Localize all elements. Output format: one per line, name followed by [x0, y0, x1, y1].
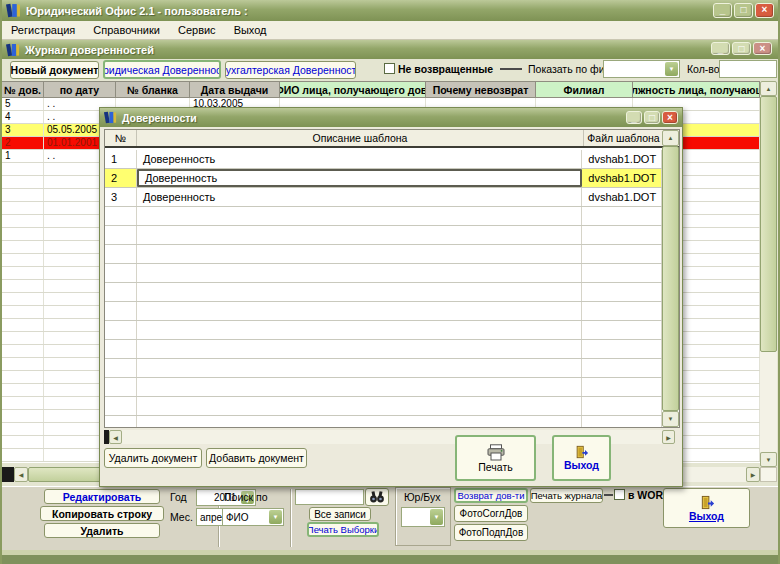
journal-minimize-icon[interactable]: _ — [711, 42, 730, 55]
table-cell — [137, 264, 582, 282]
template-row[interactable] — [105, 359, 662, 378]
table-cell: dvshab1.DOT — [582, 169, 662, 187]
table-cell — [105, 378, 137, 396]
menu-exit[interactable]: Выход — [225, 22, 276, 38]
column-header[interactable]: Описание шаблона — [137, 130, 584, 146]
count-input[interactable] — [719, 60, 777, 78]
close-icon[interactable]: × — [755, 3, 774, 18]
maximize-icon[interactable]: □ — [734, 3, 753, 18]
table-cell — [137, 416, 582, 427]
chevron-down-icon[interactable]: ▼ — [269, 510, 282, 524]
add-document-button[interactable]: Добавить документ — [206, 448, 307, 468]
chevron-down-icon[interactable]: ▼ — [430, 509, 443, 525]
menu-directories[interactable]: Справочники — [84, 22, 169, 38]
scroll-up-icon[interactable]: ▲ — [662, 130, 679, 146]
dialog-exit-label: Выход — [564, 460, 599, 471]
scroll-left-icon[interactable]: ◀ — [14, 467, 28, 482]
column-header[interactable]: № — [105, 130, 137, 146]
scroll-right-icon[interactable]: ▶ — [746, 467, 760, 482]
journal-close-icon[interactable]: × — [753, 42, 772, 55]
jur-buh-select[interactable]: ▼ — [401, 507, 445, 527]
menu-service[interactable]: Сервис — [169, 22, 225, 38]
edit-button[interactable]: Редактировать — [44, 489, 160, 504]
print-journal-button[interactable]: Печать журнала — [530, 488, 603, 503]
column-header[interactable]: Должность лица, получающег — [633, 81, 760, 98]
footer-divider — [290, 489, 291, 547]
template-row[interactable] — [105, 283, 662, 302]
return-poa-button[interactable]: Возврат дов-ти — [454, 488, 528, 503]
print-selection-button[interactable]: Печать Выборки — [307, 522, 379, 537]
search-input[interactable] — [295, 489, 364, 505]
template-row[interactable] — [105, 340, 662, 359]
search-button[interactable] — [365, 488, 389, 506]
copy-row-button[interactable]: Копировать строку — [40, 506, 164, 521]
template-row[interactable]: 1Доверенностьdvshab1.DOT — [105, 150, 662, 169]
column-header[interactable]: ФИО лица, получающего дов. — [280, 81, 426, 98]
journal-maximize-icon[interactable]: □ — [732, 42, 751, 55]
scroll-right-icon[interactable]: ▶ — [662, 430, 675, 444]
print-button[interactable]: Печать — [455, 435, 536, 481]
table-cell — [105, 283, 137, 301]
column-header[interactable]: Файл шаблона — [584, 130, 664, 146]
all-records-button[interactable]: Все записи — [309, 507, 371, 521]
table-cell — [2, 436, 44, 448]
template-row[interactable]: 3Доверенностьdvshab1.DOT — [105, 188, 662, 207]
table-cell — [105, 340, 137, 358]
dialog-minimize-icon[interactable]: _ — [626, 111, 642, 124]
template-row[interactable]: 2Доверенностьdvshab1.DOT — [105, 169, 662, 188]
column-header[interactable]: Почему невозврат — [426, 81, 536, 98]
branch-select[interactable]: ▼ — [603, 60, 680, 78]
photo-sogl-button[interactable]: ФотоСоглДов — [454, 505, 528, 522]
main-exit-label: Выход — [689, 511, 724, 522]
main-exit-button[interactable]: Выход — [663, 488, 750, 528]
menu-registration[interactable]: Регистрация — [2, 22, 84, 38]
delete-button[interactable]: Удалить — [44, 523, 160, 538]
not-returned-checkbox[interactable] — [384, 63, 395, 74]
template-row[interactable] — [105, 245, 662, 264]
column-header[interactable]: № дов. — [2, 81, 44, 98]
template-row[interactable] — [105, 207, 662, 226]
accounting-poa-button[interactable]: Бухгалтерская Доверенность — [225, 61, 356, 79]
column-header[interactable]: по дату — [44, 81, 116, 98]
chevron-down-icon[interactable]: ▼ — [665, 62, 678, 76]
dialog-close-icon[interactable]: × — [662, 111, 678, 124]
template-row[interactable] — [105, 321, 662, 340]
vscroll-thumb[interactable] — [662, 146, 679, 411]
dialog-vscrollbar[interactable]: ▲ ▼ — [662, 130, 679, 427]
photo-podp-button[interactable]: ФотоПодпДов — [454, 524, 528, 541]
month-label: Мес. — [170, 511, 193, 523]
table-cell: dvshab1.DOT — [582, 150, 662, 168]
scroll-left-icon[interactable]: ◀ — [109, 430, 122, 444]
table-cell — [2, 371, 44, 383]
new-document-button[interactable]: Новый документ — [10, 61, 99, 79]
print-label: Печать — [478, 462, 512, 473]
column-header[interactable]: № бланка — [116, 81, 190, 98]
template-row[interactable] — [105, 416, 662, 427]
column-header[interactable]: Дата выдачи — [190, 81, 280, 98]
template-row[interactable] — [105, 264, 662, 283]
journal-vscrollbar[interactable]: ▲ ▼ — [760, 81, 777, 467]
column-header[interactable]: Филиал — [536, 81, 633, 98]
scroll-down-icon[interactable]: ▼ — [662, 411, 679, 427]
vscroll-thumb[interactable] — [760, 96, 777, 352]
dialog-maximize-icon[interactable]: □ — [644, 111, 660, 124]
template-row[interactable] — [105, 226, 662, 245]
dialog-exit-button[interactable]: Выход — [552, 435, 611, 481]
table-cell — [2, 267, 44, 279]
in-word-checkbox[interactable] — [614, 489, 625, 500]
template-row[interactable] — [105, 378, 662, 397]
scroll-down-icon[interactable]: ▼ — [760, 452, 777, 467]
table-cell — [2, 163, 44, 175]
scroll-up-icon[interactable]: ▲ — [760, 81, 777, 96]
table-cell: Доверенность — [137, 150, 582, 168]
search-field-select[interactable]: ФИО ▼ — [222, 508, 284, 526]
template-row[interactable] — [105, 397, 662, 416]
delete-document-button[interactable]: Удалить документ — [104, 448, 202, 468]
legal-poa-button[interactable]: Юридическая Доверенность — [103, 60, 221, 79]
table-cell — [582, 264, 662, 282]
minimize-icon[interactable]: _ — [713, 3, 732, 18]
table-cell: Доверенность — [137, 169, 582, 187]
table-cell — [105, 264, 137, 282]
table-cell — [2, 241, 44, 253]
template-row[interactable] — [105, 302, 662, 321]
